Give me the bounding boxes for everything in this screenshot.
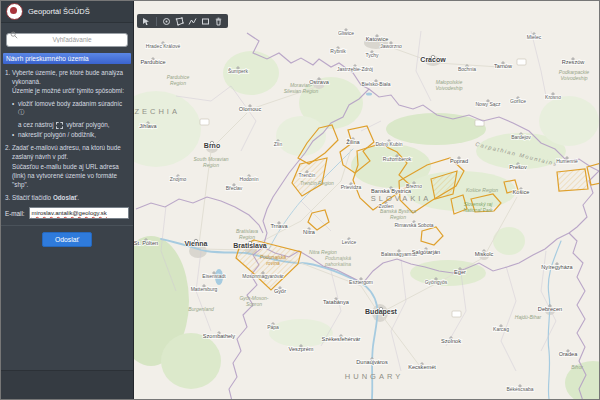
city-label: Gliwice: [338, 30, 354, 36]
city-label: Nitra: [303, 229, 316, 235]
search-input[interactable]: [6, 33, 128, 47]
city-label: Budapest: [365, 308, 398, 316]
city-label: Dolný Kubín: [375, 141, 402, 147]
city-label: Gyöngyös: [425, 279, 448, 285]
cursor-tool-button[interactable]: [141, 16, 152, 27]
panel-empty-space: [1, 253, 133, 370]
city-label: Veszprém: [289, 346, 314, 352]
city-label: Székesfehérvár: [322, 336, 361, 342]
country-label: CZECHIA: [126, 107, 180, 116]
info-icon[interactable]: ⓘ: [18, 109, 24, 115]
city-label: Ostrava: [309, 79, 329, 85]
city-label: Prešov: [509, 164, 527, 170]
city-label: Znojmo: [170, 176, 187, 182]
email-label: E-mail:: [5, 210, 25, 217]
city-label: Šumperk: [228, 68, 249, 74]
city-label: Nyíregyháza: [541, 264, 573, 270]
city-label: Bardejov: [511, 134, 531, 140]
city-label: Trnava: [270, 223, 288, 229]
send-row: Odoslať: [1, 226, 133, 253]
city-label: Bratislava: [233, 242, 267, 249]
delete-tool-button[interactable]: [213, 16, 224, 27]
option-coordinates: vložiť lomové body zadaním súradníc ⓘ a …: [18, 99, 129, 129]
city-label: Olomouc: [239, 106, 262, 112]
city-label: Miskolc: [475, 251, 494, 257]
region-label: Burgenland: [188, 306, 214, 312]
city-label: Karcag: [493, 326, 509, 332]
terrain-layer: [111, 51, 600, 400]
city-label: Mielec: [527, 34, 542, 40]
map-toolbar: [137, 14, 228, 28]
left-panel: Geoportál ŠGÚDŠ Návrh prieskumného územi…: [1, 1, 134, 400]
step-1: 1. Vyberte územie, pre ktoré bude analýz…: [5, 68, 129, 96]
city-label: Tarnów: [494, 63, 513, 69]
city-label: Jastrzębie-Zdrój: [337, 66, 373, 72]
city-label: Esztergom: [349, 279, 373, 285]
exploration-area-polygon[interactable]: [421, 227, 443, 245]
region-label: Győr-Moson-Sopron: [239, 295, 268, 307]
send-button[interactable]: Odoslať: [42, 232, 92, 247]
step-3: 3. Stlačiť tlačidlo Odoslať.: [5, 193, 129, 202]
region-label: Trenčín Region: [300, 180, 334, 186]
city-label: Jihlava: [139, 123, 157, 129]
rectangle-tool-button[interactable]: [200, 16, 211, 27]
instructions: 1. Vyberte územie, pre ktoré bude analýz…: [1, 66, 133, 206]
city-label: Bielsko-Biała: [362, 81, 391, 87]
step-2: 2. Zadať e-mailovú adresu, na ktorú bude…: [5, 143, 129, 190]
city-label: Békéscsaba: [506, 386, 533, 392]
city-label: Hradec Králové: [146, 43, 181, 49]
city-label: Ružomberok: [383, 156, 412, 162]
app-header: Geoportál ŠGÚDŠ: [1, 1, 133, 23]
city-label: Nowy Sącz: [475, 101, 501, 107]
city-label: Oradea: [559, 351, 579, 357]
city-label: Humenné: [556, 158, 578, 164]
city-label: Debrecen: [538, 306, 562, 312]
city-label: Trenčín: [299, 172, 316, 178]
option-draw: nakresliť polygón / obdĺžnik,: [18, 130, 129, 139]
city-label: Brno: [204, 142, 220, 149]
toolbar-divider: [156, 17, 157, 26]
search-icon: [10, 31, 18, 39]
polyline-tool-button[interactable]: [187, 16, 198, 27]
city-label: Katowice: [366, 36, 389, 42]
city-label: Jaworzno: [380, 43, 402, 49]
city-label: Zlín: [274, 141, 283, 147]
city-label: Pardubice: [140, 59, 165, 65]
geoportal-window: PardubiceRegionSouth MoravianRegionMorav…: [0, 0, 600, 400]
city-label: Břeclav: [226, 185, 243, 191]
region-label: Podunajskápahorkatina: [324, 255, 351, 267]
city-label: Mosonmagyaróvár: [242, 273, 284, 279]
region-label: BratislavaRegion: [236, 228, 258, 240]
search-box: [6, 28, 128, 47]
step-1-options: vložiť lomové body zadaním súradníc ⓘ a …: [5, 99, 129, 140]
city-label: Gorlice: [510, 98, 526, 104]
city-label: Győr: [274, 288, 286, 294]
region-labels-layer: PardubiceRegionSouth MoravianRegionMorav…: [167, 69, 590, 370]
city-label: Szolnok: [441, 338, 461, 344]
panel-title: Návrh prieskumného územia: [3, 53, 131, 64]
exploration-area-polygon[interactable]: [308, 210, 329, 230]
panel-footer: [1, 370, 133, 400]
city-label: Tychy: [365, 52, 379, 58]
country-label: HUNGARY: [345, 372, 403, 381]
city-label: Rybnik: [330, 48, 346, 54]
point-tool-button[interactable]: [161, 16, 172, 27]
city-label: Prievidza: [341, 184, 362, 190]
city-label: Cracow: [420, 56, 446, 63]
city-label: Pápa: [267, 324, 279, 330]
city-label: Rimavská Sobota: [394, 222, 433, 228]
city-label: Mattersburg: [191, 286, 218, 292]
polygon-select-tool-button[interactable]: [174, 16, 185, 27]
email-input[interactable]: miroslav.antalik@geology.sk: [29, 207, 129, 219]
email-row: E-mail: miroslav.antalik@geology.sk: [1, 205, 133, 219]
city-label: Salgótarján: [412, 249, 440, 255]
region-label: PodkarpackieVoivodeship: [559, 69, 590, 81]
country-label: SLOVAKIA: [371, 194, 432, 203]
exploration-area-polygon[interactable]: [557, 169, 588, 191]
city-label: Hodonín: [240, 176, 259, 182]
region-label: PardubiceRegion: [167, 74, 190, 86]
region-label: Bihor: [571, 364, 583, 370]
sgudš-logo-icon: [6, 3, 23, 20]
city-label: Zvolen: [378, 203, 393, 209]
city-label: Bochnia: [458, 66, 476, 72]
